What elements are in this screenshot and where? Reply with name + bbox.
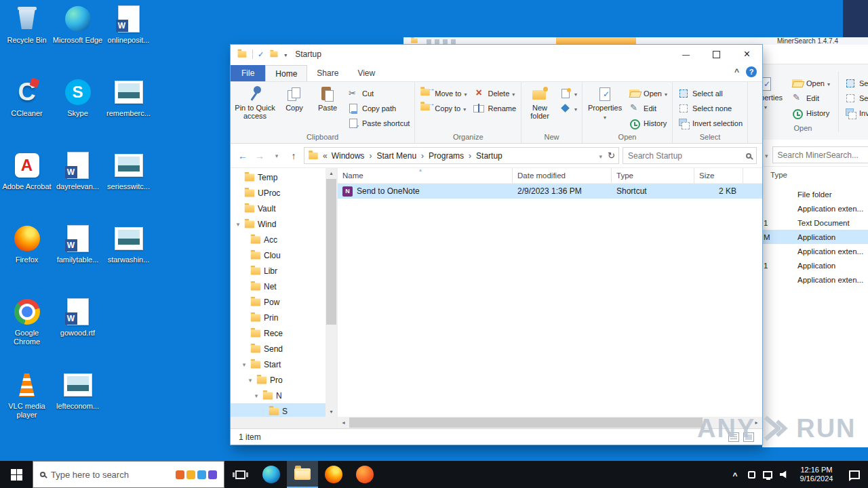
desktop-icon[interactable]: Firefox xyxy=(1,224,52,297)
refresh-icon[interactable] xyxy=(608,150,615,161)
desktop-icon[interactable]: rememberc... xyxy=(103,77,154,150)
move-to-button[interactable]: →Move to xyxy=(418,87,469,100)
tree-item[interactable]: Libr xyxy=(231,263,337,279)
cut-button[interactable]: Cut xyxy=(345,87,412,100)
desktop-icon[interactable]: Adobe Acrobat xyxy=(1,150,52,224)
desktop-icon[interactable]: familytable... xyxy=(52,224,103,297)
desktop-icon[interactable]: Google Chrome xyxy=(1,297,52,370)
desktop-icon[interactable]: gowood.rtf xyxy=(52,297,103,370)
taskbar-app-button[interactable] xyxy=(349,461,380,488)
file-row[interactable]: Application exten... xyxy=(762,272,868,287)
help-icon[interactable] xyxy=(746,66,757,77)
tree-item[interactable]: Rece xyxy=(231,325,337,341)
column-header-date-modified[interactable]: Date modified xyxy=(513,168,612,183)
desktop-icon[interactable]: onlineposit... xyxy=(103,4,154,77)
task-view-button[interactable] xyxy=(224,461,256,488)
collapse-ribbon-icon[interactable] xyxy=(734,67,739,77)
breadcrumb-item[interactable]: Programs xyxy=(416,151,464,161)
taskbar-firefox-button[interactable] xyxy=(318,461,349,488)
edit-button[interactable]: Edit xyxy=(627,102,669,115)
tree-item[interactable]: Temp xyxy=(231,169,337,185)
scrollbar-thumb[interactable] xyxy=(326,179,336,325)
file-row[interactable]: M Application xyxy=(762,230,868,244)
invert-selection-button[interactable]: Invert selection xyxy=(675,117,745,129)
title-bar[interactable]: Startup xyxy=(231,45,762,64)
desktop-icon[interactable]: Skype xyxy=(52,77,103,150)
minimize-button[interactable] xyxy=(671,45,701,64)
up-button[interactable] xyxy=(287,148,300,163)
select-all-button[interactable]: Select all xyxy=(675,87,745,100)
file-row[interactable]: Send to OneNote 2/9/2023 1:36 PM Shortcu… xyxy=(338,184,762,199)
chevron-down-icon[interactable] xyxy=(765,150,768,160)
file-row[interactable]: File folder xyxy=(762,187,868,201)
properties-button[interactable]: Properties xyxy=(762,74,788,112)
invert-selection-button[interactable]: Invert selection xyxy=(842,106,868,119)
history-button[interactable]: History xyxy=(789,106,832,119)
column-header-name[interactable]: Name xyxy=(338,168,513,183)
tree-scrollbar[interactable] xyxy=(326,168,337,417)
tree-expander-icon[interactable] xyxy=(247,377,254,384)
tree-item[interactable]: Pro xyxy=(231,372,337,388)
action-center-button[interactable] xyxy=(841,470,868,479)
pin-to-quick-access-button[interactable]: Pin to Quick access xyxy=(233,84,277,132)
new-folder-quick-icon[interactable] xyxy=(271,52,278,57)
copy-to-button[interactable]: →Copy to xyxy=(418,102,469,115)
tree-expander-icon[interactable] xyxy=(235,221,241,228)
taskbar-explorer-button[interactable] xyxy=(287,461,318,488)
tree-item[interactable]: Wind xyxy=(231,216,337,232)
tree-horizontal-scrollbar[interactable] xyxy=(231,417,337,428)
copy-path-button[interactable]: Copy path xyxy=(345,102,412,115)
column-header-size[interactable]: Size xyxy=(694,168,743,183)
start-button[interactable] xyxy=(0,461,33,488)
taskbar-search-input[interactable]: Type here to search xyxy=(33,461,224,488)
desktop-icon[interactable]: seriesswitc... xyxy=(103,150,154,224)
tab-home[interactable]: Home xyxy=(265,65,307,81)
scroll-left-icon[interactable] xyxy=(338,417,349,428)
background-search-input[interactable]: Search MinerSearch... xyxy=(772,146,868,163)
tab-share[interactable]: Share xyxy=(307,65,348,81)
select-none-button[interactable]: Select none xyxy=(842,92,868,104)
new-folder-button[interactable]: New folder xyxy=(524,84,555,132)
new-item-button[interactable] xyxy=(557,87,579,100)
select-all-button[interactable]: Select all xyxy=(842,77,868,89)
news-widget-icons[interactable] xyxy=(176,470,217,479)
file-row[interactable]: 1 Text Document xyxy=(762,216,868,230)
select-none-button[interactable]: Select none xyxy=(675,102,745,115)
paste-button[interactable]: Paste xyxy=(312,84,343,132)
address-box[interactable]: WindowsStart MenuProgramsStartup xyxy=(304,147,619,164)
desktop-icon[interactable]: lefteconom... xyxy=(52,370,103,443)
network-icon[interactable] xyxy=(760,461,776,488)
tree-item[interactable]: Start xyxy=(231,357,337,372)
tab-file[interactable]: File xyxy=(231,65,265,81)
maximize-button[interactable] xyxy=(701,45,732,64)
desktop-icon[interactable]: Microsoft Edge xyxy=(52,4,103,77)
breadcrumb-item[interactable]: Start Menu xyxy=(364,151,416,161)
address-dropdown-icon[interactable] xyxy=(599,151,603,161)
tab-view[interactable]: View xyxy=(348,65,384,81)
file-row[interactable]: 1 Application xyxy=(762,258,868,272)
easy-access-button[interactable] xyxy=(557,102,579,115)
scroll-right-icon[interactable] xyxy=(751,417,762,428)
breadcrumb-item[interactable]: Startup xyxy=(464,151,502,161)
tree-item[interactable]: Net xyxy=(231,279,337,294)
edit-button[interactable]: Edit xyxy=(789,92,832,104)
hidden-icons-chevron[interactable] xyxy=(727,461,743,488)
properties-button[interactable]: Properties xyxy=(585,84,625,132)
copy-button[interactable]: Copy xyxy=(279,84,310,132)
desktop-icon[interactable]: dayrelevan... xyxy=(52,150,103,224)
clock[interactable]: 12:16 PM 9/16/2024 xyxy=(792,466,841,483)
recent-locations-icon[interactable] xyxy=(270,148,283,163)
horizontal-scrollbar[interactable] xyxy=(338,417,762,428)
tree-item[interactable]: UProc xyxy=(231,185,337,201)
tree-expander-icon[interactable] xyxy=(253,392,260,399)
tree-item[interactable]: Clou xyxy=(231,247,337,263)
tree-item[interactable]: Pow xyxy=(231,294,337,310)
tree-item[interactable]: Prin xyxy=(231,310,337,325)
desktop-icon[interactable]: starwashin... xyxy=(103,224,154,297)
details-view-icon[interactable] xyxy=(728,432,739,442)
open-button[interactable]: Open xyxy=(789,77,832,89)
open-button[interactable]: Open xyxy=(627,87,669,100)
scroll-up-icon[interactable] xyxy=(326,168,337,178)
thumbnail-view-icon[interactable] xyxy=(743,432,754,442)
scroll-down-icon[interactable] xyxy=(326,407,337,417)
